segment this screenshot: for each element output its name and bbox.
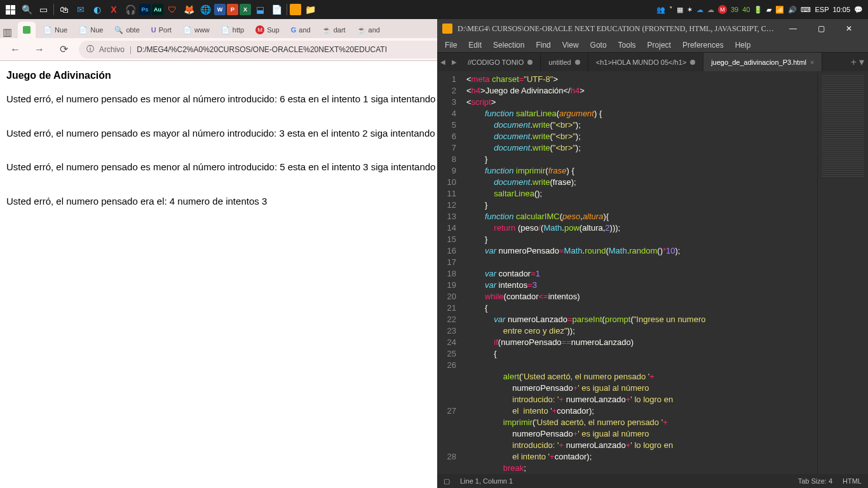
firefox-icon[interactable]: 🦊 [181, 2, 196, 17]
tray-sync-icon[interactable]: ✶ [687, 6, 693, 14]
sidebar-toggle-icon[interactable]: ▥ [3, 26, 15, 38]
sublime-titlebar: D:\MEG4\ CURSOS\ONE-ORACLE NEXT EDUCATIO… [437, 19, 868, 38]
menu-project[interactable]: Project [642, 39, 676, 51]
modified-dot-icon [527, 60, 532, 65]
forward-button[interactable]: → [31, 41, 48, 58]
sublime-taskbar-icon[interactable] [290, 4, 301, 15]
window-title: D:\MEG4\ CURSOS\ONE-ORACLE NEXT EDUCATIO… [458, 24, 774, 34]
menu-view[interactable]: View [557, 39, 584, 51]
language-indicator[interactable]: ESP [815, 6, 829, 13]
panel-switch-icon[interactable]: ▢ [444, 477, 450, 485]
menu-edit[interactable]: Edit [463, 39, 487, 51]
browser-tab[interactable]: 📄Nue [38, 22, 72, 38]
browser-tab[interactable]: ☕and [352, 22, 385, 38]
reload-button[interactable]: ⟳ [55, 41, 72, 58]
editor-tab-active[interactable]: juego_de_adivinacion_P3.html× [703, 53, 822, 71]
minimize-button[interactable]: ― [779, 19, 807, 38]
minimap[interactable] [817, 71, 868, 474]
search-icon[interactable]: 🔍 [19, 2, 34, 17]
tab-menu-icon[interactable]: ▾ [859, 56, 864, 68]
edge-icon[interactable]: ◐ [90, 2, 105, 17]
tab-scroll-left[interactable]: ◀ [437, 53, 449, 71]
editor-area[interactable]: 1 2 3 4 5 6 7 8 9 10 11 12 13 14 15 16 1… [437, 71, 868, 474]
excel-icon[interactable]: X [240, 4, 251, 15]
browser-tab[interactable]: Gand [286, 22, 316, 38]
tab-size[interactable]: Tab Size: 4 [798, 477, 832, 485]
ime-icon[interactable]: ⌨ [801, 6, 811, 14]
menu-tools[interactable]: Tools [613, 39, 641, 51]
tray-chevron-icon[interactable]: ˅ [669, 6, 673, 14]
taskview-icon[interactable]: ▭ [36, 2, 51, 17]
start-button[interactable] [3, 2, 18, 17]
browser-tab[interactable]: 📄www [178, 22, 215, 38]
browser-tab[interactable]: 📄Nue [74, 22, 108, 38]
audition-icon[interactable]: Au [152, 4, 163, 15]
menu-preferences[interactable]: Preferences [677, 39, 729, 51]
mail-icon[interactable]: ✉ [73, 2, 88, 17]
modified-dot-icon [575, 60, 580, 65]
vscode-icon[interactable]: ⬓ [252, 2, 268, 17]
windows-taskbar: 🔍 ▭ 🛍 ✉ ◐ X 🎧 Ps Au 🛡 🦊 🌐 W P X ⬓ 📄 📁 👥 … [0, 0, 868, 19]
menu-help[interactable]: Help [730, 39, 756, 51]
tray-cloud-icon[interactable]: ☁ [707, 6, 714, 14]
editor-tab[interactable]: untitled [541, 53, 588, 71]
sublime-menubar: File Edit Selection Find View Goto Tools… [437, 38, 868, 52]
wifi-icon[interactable]: 📶 [775, 6, 784, 14]
browser-tab[interactable]: UPort [146, 22, 177, 38]
brave-icon[interactable]: 🛡 [165, 2, 180, 17]
new-tab-button[interactable]: + [851, 57, 857, 68]
store-icon[interactable]: 🛍 [57, 2, 72, 17]
tray-app-icon[interactable]: ▦ [677, 6, 683, 14]
menu-find[interactable]: Find [531, 39, 555, 51]
photoshop-icon[interactable]: Ps [139, 4, 151, 15]
battery-icon[interactable]: 🔋 [754, 6, 763, 14]
menu-file[interactable]: File [440, 39, 462, 51]
people-icon[interactable]: 👥 [656, 6, 665, 14]
browser-tab[interactable]: 🔍obte [109, 22, 144, 38]
menu-selection[interactable]: Selection [488, 39, 529, 51]
close-button[interactable]: ✕ [835, 19, 863, 38]
tray-stat-1: 39 [731, 6, 738, 13]
browser-tab[interactable]: ☕dart [317, 22, 351, 38]
back-button[interactable]: ← [6, 41, 24, 58]
word-icon[interactable]: W [214, 4, 226, 15]
clock[interactable]: 10:05 [832, 6, 850, 13]
menu-goto[interactable]: Goto [585, 39, 612, 51]
vlc-icon[interactable]: 🎧 [123, 2, 138, 17]
chrome-icon[interactable]: 🌐 [198, 2, 213, 17]
sublime-logo-icon [442, 24, 452, 34]
maximize-button[interactable]: ▢ [807, 19, 835, 38]
tray-stat-2: 40 [742, 6, 750, 13]
network-icon[interactable]: ▰ [766, 6, 771, 14]
cursor-position[interactable]: Line 1, Column 1 [460, 477, 513, 485]
onedrive-icon[interactable]: ☁ [696, 6, 703, 14]
syntax-mode[interactable]: HTML [843, 477, 862, 485]
notifications-icon[interactable]: 💬 [854, 6, 863, 14]
explorer-icon[interactable]: 📁 [302, 2, 318, 17]
code-area[interactable]: <meta charset="UTF-8"> <h4>Juego de Adiv… [463, 71, 817, 474]
mega-tray-icon[interactable]: M [718, 5, 727, 14]
browser-tab[interactable] [18, 22, 36, 38]
url-path: D:/MEG4/%C2%A0%20CURSOS/ONE-ORACLE%20NEX… [137, 45, 387, 54]
sublime-tabbar: ◀ ▶ //CODIGO TONIO untitled <h1>HOLA MUN… [437, 52, 868, 71]
editor-tab[interactable]: <h1>HOLA MUNDO 05</h1> [588, 53, 703, 71]
url-scheme: Archivo [99, 45, 125, 54]
sublime-window: D:\MEG4\ CURSOS\ONE-ORACLE NEXT EDUCATIO… [437, 19, 868, 488]
info-icon: ⓘ [86, 44, 94, 55]
editor-tab[interactable]: //CODIGO TONIO [460, 53, 541, 71]
modified-dot-icon [690, 60, 695, 65]
powerpoint-icon[interactable]: P [227, 4, 238, 15]
tab-scroll-right[interactable]: ▶ [449, 53, 460, 71]
status-bar: ▢ Line 1, Column 1 Tab Size: 4 HTML [437, 474, 868, 488]
close-tab-icon[interactable]: × [810, 58, 814, 66]
browser-tab[interactable]: 📄http [216, 22, 249, 38]
volume-icon[interactable]: 🔊 [788, 6, 797, 14]
browser-tab[interactable]: MSup [250, 22, 285, 38]
notepad-icon[interactable]: 📄 [269, 2, 284, 17]
line-gutter: 1 2 3 4 5 6 7 8 9 10 11 12 13 14 15 16 1… [437, 71, 463, 474]
x-icon[interactable]: X [106, 2, 121, 17]
